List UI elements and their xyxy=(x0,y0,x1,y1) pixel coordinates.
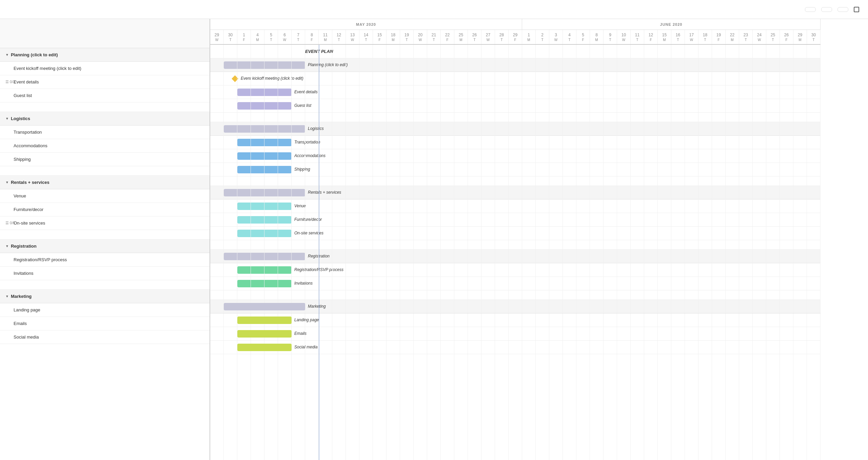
bar-label: Logistics xyxy=(308,126,324,131)
subtask-icon-event-details: ☰ 0/3 xyxy=(5,80,15,84)
section-row-marketing[interactable]: ▼ Marketing xyxy=(0,290,210,303)
gantt-bar[interactable] xyxy=(224,125,305,133)
bar-label: Planning (click to edit) xyxy=(308,62,348,67)
gantt-bar[interactable] xyxy=(237,139,292,146)
hide-completed-toggle[interactable] xyxy=(854,7,861,12)
gantt-bar[interactable] xyxy=(237,317,292,324)
gantt-row-event-details: Event details xyxy=(210,85,821,99)
gantt-bar[interactable] xyxy=(237,203,292,210)
gantt-row-row: EVENT PLAN xyxy=(210,45,821,58)
marketing-section-label: ▼ Marketing xyxy=(5,294,32,299)
task-row-landing[interactable]: Landing page xyxy=(0,303,210,317)
task-row-rsvp[interactable]: Registration/RSVP process xyxy=(0,253,210,267)
gantt-row-furnituredecor: Furniture/decor xyxy=(210,213,821,227)
spacer-rentals xyxy=(0,230,210,239)
spacer-logistics xyxy=(0,166,210,176)
gantt-bar[interactable] xyxy=(237,330,292,338)
section-row-logistics[interactable]: ▼ Logistics xyxy=(0,112,210,126)
day-cell-24: 2T xyxy=(536,30,549,44)
marketing-chevron-icon: ▼ xyxy=(5,294,9,298)
task-row-accommodations[interactable]: Accommodations xyxy=(0,139,210,153)
day-cell-10: 13W xyxy=(346,30,359,44)
task-row-shipping[interactable]: Shipping xyxy=(0,153,210,166)
all-colors-filter[interactable] xyxy=(837,7,848,12)
view-button[interactable] xyxy=(16,7,24,12)
venue-label: Venue xyxy=(5,193,26,198)
day-row: 29W30T1F4M5T6W7T8F11M12T13W14T15F18M19T2… xyxy=(210,30,821,45)
task-row-venue[interactable]: Venue xyxy=(0,189,210,203)
gantt-bar[interactable] xyxy=(237,266,292,274)
gantt-row-logistics: Logistics xyxy=(210,122,821,136)
gantt-bar[interactable] xyxy=(237,166,292,173)
day-cell-14: 19T xyxy=(400,30,414,44)
bar-label: Transportation xyxy=(294,140,320,145)
left-header xyxy=(0,19,210,48)
day-cell-3: 4M xyxy=(251,30,264,44)
section-row-registration[interactable]: ▼ Registration xyxy=(0,239,210,253)
gantt-row-guest-list: Guest list xyxy=(210,99,821,113)
bar-label: Emails xyxy=(294,331,307,336)
gantt-bar[interactable] xyxy=(237,280,292,287)
gantt-row-row xyxy=(210,113,821,122)
task-row-guest-list[interactable]: Guest list xyxy=(0,89,210,102)
day-cell-27: 5F xyxy=(576,30,590,44)
day-cell-5: 6W xyxy=(278,30,292,44)
milestone-icon[interactable] xyxy=(232,75,238,82)
gantt-bar[interactable] xyxy=(224,303,305,310)
gantt-inner: MAY 2020JUNE 202029W30T1F4M5T6W7T8F11M12… xyxy=(210,19,821,460)
gantt-bar[interactable] xyxy=(237,216,292,224)
gantt-header: MAY 2020JUNE 202029W30T1F4M5T6W7T8F11M12… xyxy=(210,19,821,45)
left-panel: ▼ Planning (click to edit) Event kickoff… xyxy=(0,19,210,460)
month-row: MAY 2020JUNE 2020 xyxy=(210,19,821,30)
gantt-row-transportation: Transportation xyxy=(210,136,821,149)
registration-chevron-icon: ▼ xyxy=(5,244,9,248)
day-cell-38: 22M xyxy=(726,30,739,44)
day-cell-33: 15M xyxy=(658,30,671,44)
day-cell-35: 17W xyxy=(685,30,698,44)
gantt-row-row xyxy=(210,290,821,300)
day-cell-39: 23T xyxy=(739,30,753,44)
task-row-onsite[interactable]: ☰ 0/5 On-site services xyxy=(0,216,210,230)
day-cell-29: 9T xyxy=(604,30,617,44)
task-row-social[interactable]: Social media xyxy=(0,330,210,344)
gantt-bar[interactable] xyxy=(237,344,292,351)
planning-chevron-icon: ▼ xyxy=(5,53,9,57)
subtask-icon-onsite: ☰ 0/5 xyxy=(5,221,15,225)
gantt-bar[interactable] xyxy=(224,189,305,196)
section-row-rentals[interactable]: ▼ Rentals + services xyxy=(0,176,210,189)
menu-button[interactable] xyxy=(7,7,15,12)
everyone-filter[interactable] xyxy=(805,7,816,12)
day-cell-31: 11T xyxy=(631,30,644,44)
task-row-transportation[interactable]: Transportation xyxy=(0,126,210,139)
gantt-bar[interactable] xyxy=(237,230,292,237)
day-cell-1: 30T xyxy=(224,30,237,44)
gantt-bar[interactable] xyxy=(224,61,305,69)
gantt-bar[interactable] xyxy=(237,152,292,160)
bar-label: Shipping xyxy=(294,167,310,172)
day-cell-16: 21T xyxy=(427,30,441,44)
task-row-event-details[interactable]: ☰ 0/3 Event details xyxy=(0,75,210,89)
gantt-bar[interactable] xyxy=(237,89,292,96)
gantt-bar[interactable] xyxy=(224,253,305,260)
day-cell-41: 25T xyxy=(766,30,780,44)
day-cell-34: 16T xyxy=(671,30,685,44)
task-row-kickoff[interactable]: Event kickoff meeting (click to edit) xyxy=(0,62,210,75)
transportation-label: Transportation xyxy=(5,130,42,135)
task-row-invitations[interactable]: Invitations xyxy=(0,267,210,280)
task-row-emails[interactable]: Emails xyxy=(0,317,210,330)
gantt-row-event-kickoff-meeting-click-to-edit: Event kickoff meeting (click to edit) xyxy=(210,72,821,85)
bar-label: Social media xyxy=(294,345,318,349)
all-dates-filter[interactable] xyxy=(821,7,832,12)
milestone-label: Event kickoff meeting (click to edit) xyxy=(241,76,303,81)
day-cell-36: 18T xyxy=(698,30,712,44)
task-row-furniture[interactable]: Furniture/decor xyxy=(0,203,210,216)
rentals-section-label: ▼ Rentals + services xyxy=(5,180,50,185)
day-cell-21: 28T xyxy=(495,30,509,44)
gantt-row-rentals--services: Rentals + services xyxy=(210,186,821,199)
day-cell-8: 11M xyxy=(319,30,332,44)
hide-completed-checkbox[interactable] xyxy=(854,7,859,12)
bar-label: Venue xyxy=(294,204,306,208)
bar-label: Invitations xyxy=(294,281,313,286)
section-row-planning[interactable]: ▼ Planning (click to edit) xyxy=(0,48,210,62)
gantt-bar[interactable] xyxy=(237,102,292,110)
